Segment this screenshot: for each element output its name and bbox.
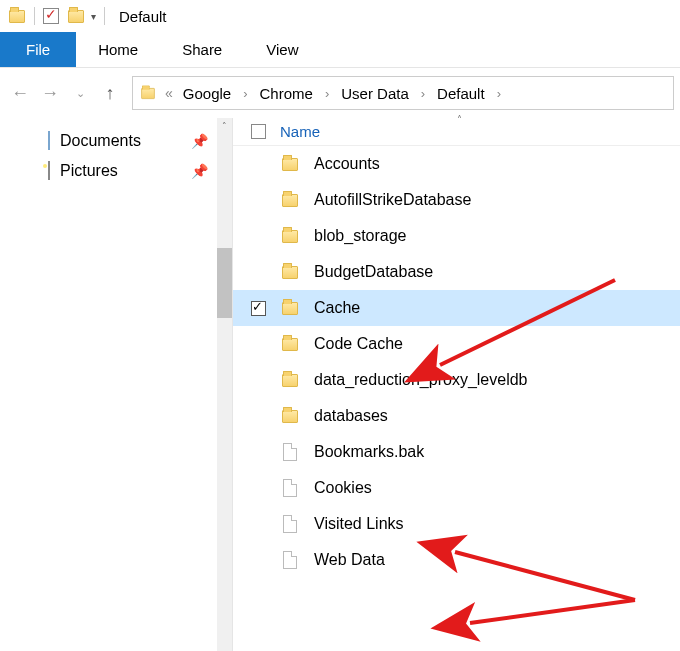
item-checkbox[interactable] [251,337,266,352]
sidebar-item-label: Documents [60,132,141,150]
list-item[interactable]: Cookies [233,470,680,506]
list-item[interactable]: Accounts [233,146,680,182]
breadcrumb-google[interactable]: Google [177,85,237,102]
item-checkbox[interactable] [251,373,266,388]
item-label: Web Data [314,551,385,569]
item-label: Code Cache [314,335,403,353]
pin-icon: 📌 [191,133,208,149]
item-checkbox[interactable] [251,409,266,424]
folder-icon [280,230,300,243]
document-icon [48,132,50,150]
list-item[interactable]: Code Cache [233,326,680,362]
file-icon [280,515,300,533]
sidebar-scrollbar[interactable] [217,118,232,651]
item-label: Visited Links [314,515,404,533]
folder-icon [280,302,300,315]
separator [104,7,105,25]
chevron-right-icon[interactable]: › [419,86,427,101]
item-label: databases [314,407,388,425]
item-label: BudgetDatabase [314,263,433,281]
list-item[interactable]: Visited Links [233,506,680,542]
sidebar-item-pictures[interactable]: Pictures 📌 [0,156,232,186]
item-checkbox[interactable] [251,553,266,568]
address-bar[interactable]: « Google › Chrome › User Data › Default … [132,76,674,110]
item-label: AutofillStrikeDatabase [314,191,471,209]
breadcrumb-userdata[interactable]: User Data [335,85,415,102]
address-folder-icon [139,84,157,102]
chevron-right-icon[interactable]: › [241,86,249,101]
main-area: Documents 📌 Pictures 📌 ˄ ˄ Name Accounts… [0,118,680,651]
navigation-bar: ← → ⌄ ↑ « Google › Chrome › User Data › … [0,68,680,118]
qat-folder-icon[interactable] [67,7,85,25]
item-checkbox[interactable] [251,229,266,244]
separator [34,7,35,25]
file-list-pane: ˄ Name AccountsAutofillStrikeDatabaseblo… [233,118,680,651]
item-checkbox[interactable] [251,193,266,208]
ribbon-tabs: File Home Share View [0,32,680,68]
folder-icon [280,266,300,279]
select-all-checkbox[interactable] [251,124,266,139]
tab-view[interactable]: View [244,32,320,67]
list-item[interactable]: Web Data [233,542,680,578]
qat-properties-icon[interactable] [43,8,59,24]
item-label: data_reduction_proxy_leveldb [314,371,527,389]
sidebar-item-label: Pictures [60,162,118,180]
up-button[interactable]: ↑ [96,77,124,109]
item-label: Bookmarks.bak [314,443,424,461]
sort-indicator-icon: ˄ [457,114,462,125]
folder-icon [280,338,300,351]
folder-icon [280,158,300,171]
file-icon [280,551,300,569]
item-label: Cache [314,299,360,317]
item-label: Accounts [314,155,380,173]
item-checkbox[interactable] [251,517,266,532]
list-item[interactable]: data_reduction_proxy_leveldb [233,362,680,398]
list-item[interactable]: blob_storage [233,218,680,254]
list-item[interactable]: AutofillStrikeDatabase [233,182,680,218]
qat-dropdown-icon[interactable]: ▾ [91,11,96,22]
list-item[interactable]: databases [233,398,680,434]
file-icon [280,479,300,497]
column-header-name[interactable]: Name [280,123,320,140]
item-checkbox[interactable] [251,265,266,280]
breadcrumb-default[interactable]: Default [431,85,491,102]
picture-icon [48,162,50,180]
breadcrumb-chrome[interactable]: Chrome [254,85,319,102]
file-list: AccountsAutofillStrikeDatabaseblob_stora… [233,146,680,578]
list-item[interactable]: Cache [233,290,680,326]
title-bar: ▾ Default [0,0,680,32]
file-icon [280,443,300,461]
tab-file[interactable]: File [0,32,76,67]
list-item[interactable]: Bookmarks.bak [233,434,680,470]
item-checkbox[interactable] [251,157,266,172]
back-button[interactable]: ← [6,77,34,109]
item-label: blob_storage [314,227,407,245]
forward-button[interactable]: → [36,77,64,109]
recent-locations-dropdown[interactable]: ⌄ [66,77,94,109]
list-item[interactable]: BudgetDatabase [233,254,680,290]
sidebar-scrollbar-thumb[interactable] [217,248,232,318]
tab-home[interactable]: Home [76,32,160,67]
item-checkbox[interactable] [251,445,266,460]
chevron-right-icon[interactable]: › [323,86,331,101]
navigation-pane: Documents 📌 Pictures 📌 ˄ [0,118,232,651]
app-folder-icon [8,7,26,25]
item-checkbox[interactable] [251,481,266,496]
pin-icon: 📌 [191,163,208,179]
window-title: Default [119,8,167,25]
sidebar-item-documents[interactable]: Documents 📌 [0,126,232,156]
item-checkbox[interactable] [251,301,266,316]
tab-share[interactable]: Share [160,32,244,67]
folder-icon [280,374,300,387]
breadcrumb-overflow-icon[interactable]: « [165,85,173,101]
item-label: Cookies [314,479,372,497]
folder-icon [280,194,300,207]
scroll-up-icon[interactable]: ˄ [217,118,232,134]
chevron-right-icon[interactable]: › [495,86,503,101]
folder-icon [280,410,300,423]
